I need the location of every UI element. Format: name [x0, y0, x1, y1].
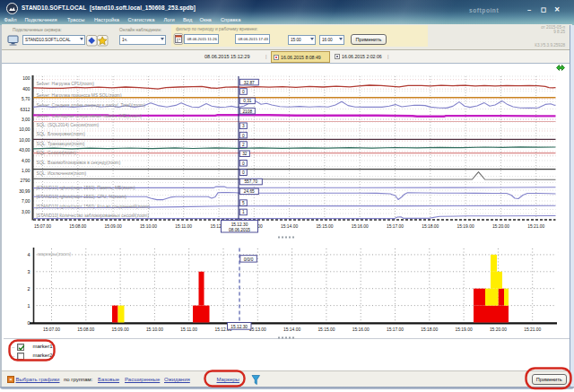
svg-text:4: 4 [28, 252, 30, 257]
svg-text:15:15.00: 15:15.00 [317, 327, 335, 332]
svg-text:557,70: 557,70 [244, 179, 257, 184]
svg-text:5,70: 5,70 [22, 97, 30, 101]
svg-text:15.12.30: 15.12.30 [230, 325, 248, 329]
svg-text:15:20.00: 15:20.00 [490, 327, 507, 332]
svg-text:15:10.00: 15:10.00 [146, 327, 163, 332]
svg-text:15:14.00: 15:14.00 [281, 224, 298, 229]
svg-text:15:11.00: 15:11.00 [175, 224, 192, 229]
svg-text:4,00: 4,00 [22, 159, 30, 163]
svg-text:15:18.00: 15:18.00 [421, 327, 438, 332]
svg-text:SQL: Транзакции(zoom): SQL: Транзакции(zoom) [37, 142, 85, 146]
svg-text:SQL: Блокировки(zoom): SQL: Блокировки(zoom) [37, 132, 86, 136]
svg-text:SQL: (SQL2014) Сессии(zoom): SQL: (SQL2014) Сессии(zoom) [37, 123, 100, 127]
svg-text:Server: Средняя длина очереди: Server: Средняя длина очереди к диску(_T… [37, 103, 146, 108]
svg-text:15:20.00: 15:20.00 [492, 224, 509, 229]
svg-text:0/0/0: 0/0/0 [244, 257, 254, 262]
svg-text:15:11.00: 15:11.00 [180, 327, 197, 332]
svg-text:SQL: Взаимоблокировок в секунд: SQL: Взаимоблокировок в секунду(zoom) [37, 161, 121, 165]
svg-text:15:13.00: 15:13.00 [249, 327, 266, 332]
svg-text:15:07.00: 15:07.00 [43, 327, 60, 332]
svg-text:[STAND10] rghost(порт 1560): П: [STAND10] rghost(порт 1560): Память, МБ(… [37, 186, 135, 190]
svg-text:15:16.00: 15:16.00 [352, 327, 370, 332]
svg-text:0: 0 [242, 161, 245, 166]
svg-text:7,00: 7,00 [22, 199, 30, 204]
svg-text:3,00: 3,00 [22, 118, 30, 122]
svg-text:0: 0 [242, 170, 245, 175]
svg-text:15:21.00: 15:21.00 [527, 224, 544, 229]
svg-text:30,99: 30,99 [19, 189, 30, 194]
svg-text:15:18.00: 15:18.00 [422, 224, 439, 229]
svg-text:SQL: Исключения(zoom): SQL: Исключения(zoom) [37, 171, 87, 176]
svg-text:15:07.00: 15:07.00 [34, 224, 51, 229]
svg-text:2: 2 [242, 143, 245, 147]
svg-text:Server: Свободная оперативная: Server: Свободная оперативная память (МБ… [37, 114, 143, 118]
svg-text:15:14.00: 15:14.00 [283, 327, 300, 332]
svg-text:1,00: 1,00 [22, 169, 30, 173]
svg-text:3: 3 [28, 269, 30, 274]
svg-text:32,87: 32,87 [244, 81, 255, 85]
svg-text:15:09.00: 15:09.00 [105, 224, 122, 229]
svg-text:24,65: 24,65 [244, 189, 255, 194]
svg-text:15:17.00: 15:17.00 [387, 224, 404, 229]
svg-text:[STAND10] Количество заблокиро: [STAND10] Количество заблокированных сес… [37, 213, 150, 218]
svg-text:15:17.00: 15:17.00 [387, 327, 404, 332]
svg-text:[STAND10] rghost(порт 1560): C: [STAND10] rghost(порт 1560): CPU, %(zoom… [37, 195, 127, 199]
svg-text:[STAND10] rghost(порт 1560): К: [STAND10] rghost(порт 1560): Кол-во соед… [37, 204, 151, 209]
svg-text:3: 3 [242, 124, 245, 128]
svg-text:2: 2 [28, 286, 30, 292]
svg-text:15:19.00: 15:19.00 [456, 327, 473, 332]
svg-text:10,00: 10,00 [19, 138, 30, 143]
svg-text:SQL: Сессии(zoom): SQL: Сессии(zoom) [37, 151, 77, 155]
svg-text:1: 1 [28, 303, 30, 309]
svg-text:100: 100 [22, 76, 30, 81]
svg-text:15:09.00: 15:09.00 [112, 327, 129, 332]
svg-text:Server: Нагрузка процесса MS S: Server: Нагрузка процесса MS SQL(zoom) [37, 93, 122, 98]
svg-text:6312: 6312 [21, 108, 30, 112]
svg-text:15:19.00: 15:19.00 [457, 224, 474, 229]
svg-text:15.12.30: 15.12.30 [231, 222, 248, 227]
svg-text:0: 0 [242, 134, 245, 138]
svg-text:15:21.00: 15:21.00 [524, 327, 541, 332]
svg-text:маркеры(zoom): маркеры(zoom) [38, 251, 72, 257]
svg-text:10,00: 10,00 [19, 127, 30, 132]
svg-text:1: 1 [242, 210, 245, 214]
svg-text:2108: 2108 [242, 109, 252, 114]
svg-text:0,31: 0,31 [243, 99, 252, 103]
svg-text:400: 400 [22, 87, 30, 91]
svg-text:08.06.2015: 08.06.2015 [229, 228, 250, 232]
svg-text:15:10.00: 15:10.00 [140, 224, 157, 229]
svg-text:Server: Нагрузка CPU(zoom): Server: Нагрузка CPU(zoom) [37, 82, 95, 86]
svg-text:15:15.00: 15:15.00 [316, 224, 333, 229]
svg-text:43,00: 43,00 [19, 148, 30, 152]
svg-text:15:16.00: 15:16.00 [352, 224, 369, 229]
svg-text:32: 32 [242, 152, 248, 156]
svg-text:5: 5 [242, 201, 245, 205]
svg-text:2790: 2790 [21, 179, 30, 183]
svg-text:15:08.00: 15:08.00 [69, 224, 86, 229]
svg-text:0: 0 [28, 320, 30, 326]
svg-text:3,00: 3,00 [22, 210, 30, 214]
svg-text:0: 0 [242, 90, 245, 94]
svg-text:15:08.00: 15:08.00 [77, 327, 94, 332]
